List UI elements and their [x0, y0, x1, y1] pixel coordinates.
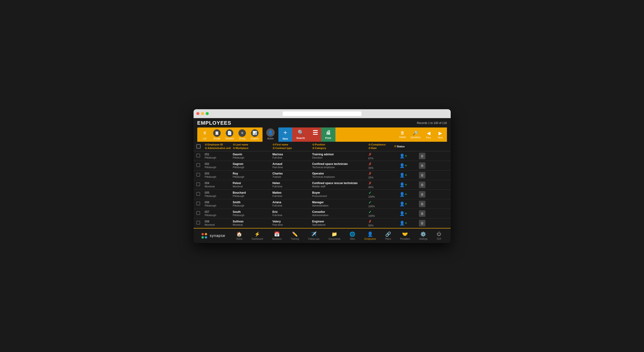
- add-status-icon[interactable]: 👤+: [400, 163, 407, 168]
- url-bar[interactable]: [282, 111, 362, 116]
- view-simple-button[interactable]: 📋 Simple: [211, 128, 222, 141]
- admin-unit-value: Montreal: [205, 185, 233, 188]
- quickfind-label: Quickfind: [411, 136, 420, 139]
- cell-position: Consellor Administration: [312, 210, 368, 217]
- delete-row-button[interactable]: 🗑: [419, 162, 426, 169]
- delete-row-button[interactable]: 🗑: [419, 201, 426, 207]
- new-button[interactable]: + New: [278, 128, 292, 142]
- quit-icon: ⏻: [437, 231, 441, 237]
- admin-unit-header[interactable]: ⊙ Administrative unit: [205, 147, 233, 150]
- view-graphic-button[interactable]: 📊 Graphic: [249, 128, 261, 141]
- row-checkbox-cell: [196, 163, 205, 168]
- cell-status: 👤+: [394, 192, 413, 197]
- add-status-icon[interactable]: 👤+: [400, 182, 407, 187]
- sort-icon5: ⊙: [272, 143, 275, 146]
- workplace-header[interactable]: ⊙ Workplace: [233, 147, 272, 150]
- header-checkbox-cell: [196, 144, 205, 149]
- last-name-header[interactable]: ⊙ Last name: [233, 143, 272, 146]
- next-icon: ▶: [438, 130, 442, 136]
- position-header[interactable]: ⊙ Position: [312, 143, 368, 146]
- menu-button[interactable]: ☰ .: [309, 128, 321, 142]
- workplace-value: Montreal: [233, 185, 272, 188]
- delete-row-button[interactable]: 🗑: [419, 181, 426, 188]
- row-checkbox[interactable]: [196, 221, 200, 224]
- view-group-button[interactable]: ≡ Group: [236, 128, 248, 141]
- employee-id-value: 006: [205, 201, 233, 204]
- delete-row-button[interactable]: 🗑: [419, 191, 426, 198]
- minimize-button[interactable]: [201, 112, 204, 115]
- delete-button[interactable]: 🗑 Delete: [398, 130, 408, 139]
- nav-employees[interactable]: 👤 Employees: [362, 230, 378, 241]
- cell-position: Engineer Specialized: [312, 220, 368, 226]
- view-detailed-button[interactable]: 📄 Detailed: [224, 128, 236, 141]
- nav-settings-label: Settings: [419, 238, 428, 240]
- delete-row-button[interactable]: 🗑: [419, 153, 426, 159]
- close-button[interactable]: [196, 112, 200, 115]
- add-status-icon[interactable]: 👤+: [400, 221, 407, 226]
- cell-compliance: ✗ 50%: [368, 219, 394, 227]
- quickfind-button[interactable]: 🔎 Quickfind: [409, 130, 422, 140]
- first-name-header[interactable]: ⊙ First name: [272, 143, 312, 146]
- row-checkbox[interactable]: [196, 154, 200, 157]
- employee-id-value: 007: [205, 210, 233, 214]
- add-status-icon[interactable]: 👤+: [400, 173, 407, 178]
- nav-quit[interactable]: ⏻ Quit: [435, 230, 443, 241]
- status-header[interactable]: ⊙ Status: [394, 145, 413, 148]
- row-checkbox[interactable]: [196, 211, 200, 215]
- logo-area: synapse: [201, 232, 225, 239]
- row-checkbox[interactable]: [196, 163, 200, 167]
- workplace-value: Pittsburgh: [233, 195, 272, 197]
- add-status-icon[interactable]: 👤+: [400, 153, 407, 159]
- add-status-icon[interactable]: 👤+: [400, 201, 407, 207]
- providers-icon: 🤝: [402, 231, 408, 237]
- cell-actions: 🗑: [413, 181, 432, 188]
- maximize-button[interactable]: [206, 112, 209, 115]
- search-button[interactable]: 🔍 Search: [292, 128, 309, 142]
- last-name-value: Sullivan: [233, 220, 272, 223]
- delete-row-button[interactable]: 🗑: [419, 220, 426, 226]
- row-checkbox[interactable]: [196, 192, 200, 196]
- rate-header[interactable]: ⊙ Rate: [368, 147, 394, 150]
- contract-type-header[interactable]: ⊙ Contract type: [272, 147, 312, 150]
- cell-actions: 🗑: [413, 162, 432, 169]
- rate-value: 100%: [368, 205, 394, 208]
- select-all-checkbox[interactable]: [196, 144, 200, 149]
- active-filter-button[interactable]: 👤 Active: [264, 128, 276, 142]
- admin-unit-value: Pittsburgh: [205, 195, 233, 197]
- category-value: Administration: [312, 204, 368, 207]
- nav-plans[interactable]: 🔗 Plans: [383, 230, 393, 241]
- row-checkbox[interactable]: [196, 202, 200, 205]
- category-header[interactable]: ⊙ Category: [312, 147, 368, 150]
- compliance-check-icon: ✓: [368, 200, 394, 205]
- cell-actions: 🗑: [413, 220, 432, 226]
- add-status-icon[interactable]: 👤+: [400, 192, 407, 197]
- row-checkbox[interactable]: [196, 182, 200, 186]
- nav-follow-ups[interactable]: ✈️ Follow-ups: [306, 230, 321, 241]
- rate-value: 50%: [368, 224, 394, 227]
- next-button[interactable]: ▶ Next: [436, 129, 445, 140]
- delete-row-button[interactable]: 🗑: [419, 172, 426, 178]
- nav-plans-label: Plans: [385, 238, 391, 240]
- cell-compliance: ✗ 33%: [368, 162, 394, 169]
- nav-sites[interactable]: 🌐 Sites: [348, 230, 357, 241]
- delete-row-button[interactable]: 🗑: [419, 210, 426, 217]
- nav-settings[interactable]: ⚙️ Settings: [417, 230, 430, 241]
- nav-sessions[interactable]: 📅 Sessions: [270, 230, 284, 241]
- cell-position: Training advisor Direction: [312, 153, 368, 159]
- compliance-header[interactable]: ⊙ Compliance: [368, 143, 394, 146]
- contract-value: Full-time: [272, 195, 312, 197]
- employee-id-value: 002: [205, 162, 233, 166]
- print-button[interactable]: 🖨 Print: [321, 128, 336, 142]
- view-list-button[interactable]: ☰ List: [199, 128, 210, 141]
- employee-id-header[interactable]: ⊙ Employee ID: [205, 143, 233, 146]
- row-checkbox[interactable]: [196, 173, 200, 177]
- nav-documents[interactable]: 📁 Documents: [327, 230, 342, 241]
- prev-button[interactable]: ◀ Prev.: [424, 129, 434, 140]
- nav-dashboard[interactable]: ⚡ Dashboard: [250, 230, 265, 241]
- add-status-icon[interactable]: 👤+: [400, 211, 407, 216]
- employee-id-value: 008: [205, 220, 233, 223]
- nav-providers[interactable]: 🤝 Providers: [398, 230, 412, 241]
- nav-home[interactable]: 🏠 Home: [234, 230, 244, 241]
- nav-training[interactable]: ✏️ Training: [289, 230, 301, 241]
- prev-label: Prev.: [426, 136, 431, 139]
